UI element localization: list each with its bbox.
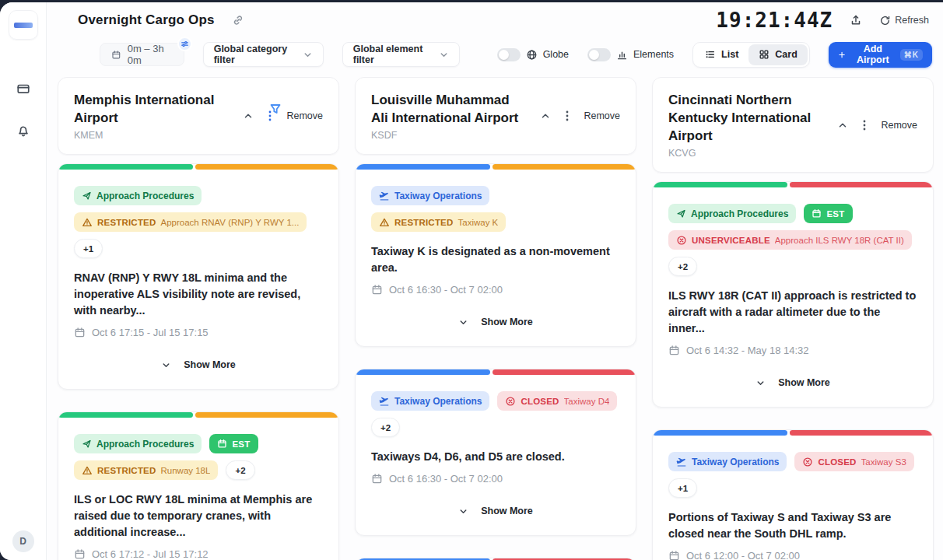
more-menu-kebab-icon[interactable] <box>566 110 569 122</box>
user-avatar[interactable]: D <box>12 530 34 552</box>
collapse-chevron-up-icon[interactable] <box>837 120 848 131</box>
copy-link-icon[interactable] <box>232 14 244 26</box>
category-badge[interactable]: Approach Procedures <box>74 434 202 453</box>
notam-date: Oct 6 14:32 - May 18 14:32 <box>668 345 917 356</box>
airport-header-card: Cincinnati Northern Kentucky Internation… <box>652 77 934 173</box>
more-menu-filter-active-icon[interactable] <box>268 110 272 122</box>
page-header: Overnight Cargo Ops 19:21:44Z Refre <box>47 2 943 38</box>
calendar-icon <box>812 208 822 219</box>
elements-toggle[interactable] <box>587 48 611 61</box>
notam-title: ILS or LOC RWY 18L minima at Memphis are… <box>74 492 323 541</box>
cards-view-icon[interactable] <box>12 77 35 100</box>
main-area: Overnight Cargo Ops 19:21:44Z Refre <box>47 2 943 560</box>
warning-triangle-icon <box>379 217 390 228</box>
extra-count-pill[interactable]: +2 <box>371 418 400 437</box>
chevron-down-icon <box>303 50 313 60</box>
show-more-button[interactable]: Show More <box>161 359 236 370</box>
status-badge[interactable]: CLOSED Taxiway S3 <box>794 452 913 471</box>
category-badge[interactable]: Taxiway Operations <box>668 452 787 471</box>
add-airport-button[interactable]: Add Airport ⌘K <box>829 42 932 68</box>
airport-header-card: Memphis International Airport KMEM <box>58 77 339 155</box>
notam-card: Approach Procedures EST UNSERVICEABLE Ap… <box>652 181 934 408</box>
severity-bar <box>58 164 338 170</box>
plane-takeoff-icon <box>676 457 687 467</box>
global-element-filter-dropdown[interactable]: Global element filter <box>342 42 460 67</box>
airport-name: Louisville Muhammad Ali International Ai… <box>371 91 523 127</box>
category-badge[interactable]: Approach Procedures <box>668 204 796 223</box>
show-more-button[interactable]: Show More <box>458 317 533 327</box>
calendar-icon <box>371 473 383 485</box>
time-range-filter[interactable]: 0m – 3h 0m <box>100 43 184 66</box>
category-badge[interactable]: Taxiway Operations <box>371 391 489 411</box>
notam-title: Portions of Taxiway S and Taxiway S3 are… <box>668 509 917 542</box>
severity-bar <box>356 164 636 170</box>
extra-count-pill[interactable]: +2 <box>668 257 697 276</box>
airport-code: KCVG <box>668 148 837 159</box>
utc-clock: 19:21:44Z <box>716 9 833 32</box>
add-airport-shortcut: ⌘K <box>900 49 923 61</box>
status-badge[interactable]: RESTRICTED Approach RNAV (RNP) Y RWY 1..… <box>74 212 307 232</box>
severity-bar <box>653 430 933 436</box>
chevron-down-icon <box>458 506 468 516</box>
globe-icon <box>526 49 538 61</box>
est-badge[interactable]: EST <box>209 434 258 453</box>
plane-takeoff-icon <box>379 396 390 407</box>
collapse-chevron-up-icon[interactable] <box>243 110 254 121</box>
show-more-button[interactable]: Show More <box>458 506 533 516</box>
card-view-label: Card <box>775 49 797 60</box>
notam-card: Approach Procedures EST RESTRICTED Runwa… <box>58 411 339 560</box>
est-badge[interactable]: EST <box>804 204 852 223</box>
more-menu-kebab-icon[interactable] <box>863 119 866 131</box>
refresh-button[interactable]: Refresh <box>879 15 929 26</box>
warning-triangle-icon <box>82 217 93 228</box>
list-view-button[interactable]: List <box>695 44 748 65</box>
elements-label: Elements <box>633 49 674 60</box>
severity-bar <box>653 182 933 187</box>
status-badge[interactable]: RESTRICTED Runway 18L <box>74 460 218 480</box>
approach-send-icon <box>676 208 686 219</box>
notifications-bell-icon[interactable] <box>12 119 35 142</box>
notam-title: Taxiway K is designated as a non-movemen… <box>371 243 620 276</box>
category-badge[interactable]: Taxiway Operations <box>371 186 489 205</box>
global-element-filter-label: Global element filter <box>353 44 431 65</box>
notam-title: ILS RWY 18R (CAT II) approach is restric… <box>668 288 917 337</box>
time-settings-badge-icon[interactable] <box>177 37 192 51</box>
calendar-icon <box>668 345 680 356</box>
share-button[interactable] <box>850 14 862 26</box>
brand-logo-mark <box>14 23 33 28</box>
extra-count-pill[interactable]: +2 <box>226 460 254 480</box>
category-badge[interactable]: Approach Procedures <box>74 186 202 205</box>
notam-date: Oct 6 17:12 - Jul 15 17:12 <box>74 548 323 560</box>
notam-date: Oct 6 16:30 - Oct 7 02:00 <box>371 473 620 485</box>
globe-toggle[interactable] <box>497 48 521 61</box>
global-category-filter-dropdown[interactable]: Global category filter <box>203 42 324 67</box>
status-badge[interactable]: CLOSED Taxiway D4 <box>497 391 617 411</box>
view-mode-segmented-control: List Card <box>692 42 810 68</box>
list-icon <box>705 49 716 60</box>
chevron-down-icon <box>161 360 171 370</box>
bar-chart-icon <box>616 49 628 61</box>
show-more-button[interactable]: Show More <box>755 377 830 388</box>
app-window: D Overnight Cargo Ops 19:21:44Z <box>0 2 943 560</box>
notam-card: Taxiway Operations CLOSED Taxiway S3 +1 … <box>652 429 934 560</box>
airport-column-cincinnati: Cincinnati Northern Kentucky Internation… <box>652 77 934 560</box>
remove-airport-button[interactable]: Remove <box>881 120 917 131</box>
grid-icon <box>759 49 769 60</box>
brand-logo[interactable] <box>9 10 38 40</box>
status-badge[interactable]: RESTRICTED Taxiway K <box>371 212 506 232</box>
chevron-down-icon <box>439 50 449 60</box>
collapse-chevron-up-icon[interactable] <box>540 110 551 121</box>
extra-count-pill[interactable]: +1 <box>668 478 697 498</box>
remove-airport-button[interactable]: Remove <box>584 110 620 121</box>
notam-date: Oct 6 17:15 - Jul 15 17:15 <box>74 327 323 338</box>
chevron-down-icon <box>458 317 468 327</box>
card-view-button[interactable]: Card <box>748 44 807 65</box>
refresh-label: Refresh <box>895 15 929 26</box>
sidebar: D <box>0 2 47 560</box>
globe-label: Globe <box>543 49 569 60</box>
airport-columns: Memphis International Airport KMEM <box>47 71 943 560</box>
extra-count-pill[interactable]: +1 <box>74 239 103 258</box>
remove-airport-button[interactable]: Remove <box>286 110 323 121</box>
plus-icon <box>838 50 846 60</box>
status-badge[interactable]: UNSERVICEABLE Approach ILS RWY 18R (CAT … <box>668 230 912 250</box>
